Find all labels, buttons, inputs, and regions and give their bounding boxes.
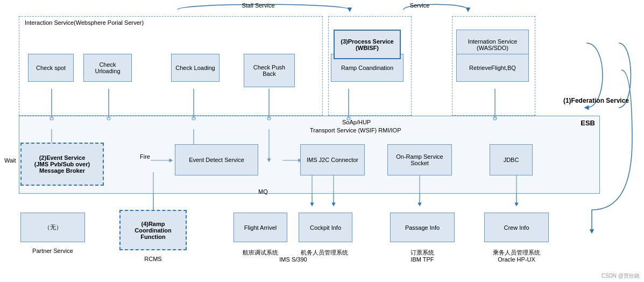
passage-info-box: Passage Info bbox=[390, 213, 455, 242]
cockpit-info-box: Cockpit Info bbox=[299, 213, 352, 242]
check-loading-box: Check Loading bbox=[171, 54, 220, 82]
mq-label: MQ bbox=[258, 188, 268, 195]
partner-service-label: Partner Service bbox=[20, 248, 85, 254]
check-spot-box: Check spot bbox=[28, 54, 74, 82]
process-service-box: (3)Process Service (WBISF) bbox=[334, 30, 401, 59]
watermark: CSDN @贾欣晓 bbox=[601, 272, 640, 280]
retrieve-flight-box: RetrieveFlight,BQ bbox=[456, 54, 529, 82]
wait-label: Wait bbox=[4, 157, 16, 164]
rcms-label: RCMS bbox=[119, 256, 187, 262]
ibm-tpf-label: IBM TPF bbox=[390, 256, 455, 263]
flight-arrival-box: Flight Arrivel bbox=[233, 213, 287, 242]
hang-ban-label: 航班调试系统 bbox=[233, 249, 287, 257]
none-box: （无） bbox=[20, 213, 85, 242]
federation-service-label: (1)Federation Service bbox=[563, 97, 629, 104]
on-ramp-box: On-Ramp Service Socket bbox=[387, 144, 452, 175]
event-detect-box: Event Detect Service bbox=[175, 144, 258, 175]
ims-j2c-box: IMS J2C Connector bbox=[300, 144, 365, 175]
check-push-back-box: Check Push Back bbox=[244, 54, 295, 87]
event-service-box: (2)Event Service (JMS Pvb/Sub over) Mess… bbox=[20, 143, 104, 186]
transport-label: Transport Service (WSIF) RMI/IOP bbox=[310, 127, 401, 133]
stall-service-label: Stall Service bbox=[204, 2, 312, 9]
cheng-wu-label: 乘务人员管理系统 bbox=[484, 249, 549, 257]
order-ticket-label: 订票系统 bbox=[390, 249, 455, 257]
service-label: Service bbox=[393, 2, 447, 9]
jdbc-box: JDBC bbox=[490, 144, 533, 175]
esb-label: ESB bbox=[581, 119, 595, 127]
ramp-func-box: (4)Ramp Coordination Function bbox=[119, 210, 187, 250]
fire-label: Fire bbox=[140, 153, 150, 160]
oracle-hpux-label: Oracle HP-UX bbox=[484, 256, 549, 263]
crew-info-box: Crew Info bbox=[484, 213, 549, 242]
interaction-service-label: Interaction Service(Websphere Porial Ser… bbox=[25, 19, 144, 26]
check-urloading-box: Check Urloading bbox=[83, 54, 132, 82]
ji-wu-label: 机务人员管理系统 bbox=[293, 249, 355, 257]
diagram: Stall Service Service Interaction Servic… bbox=[0, 0, 644, 282]
ims-s390-label: IMS S/390 bbox=[253, 256, 334, 263]
soap-hup-label: SoAp/HUP bbox=[342, 119, 371, 125]
